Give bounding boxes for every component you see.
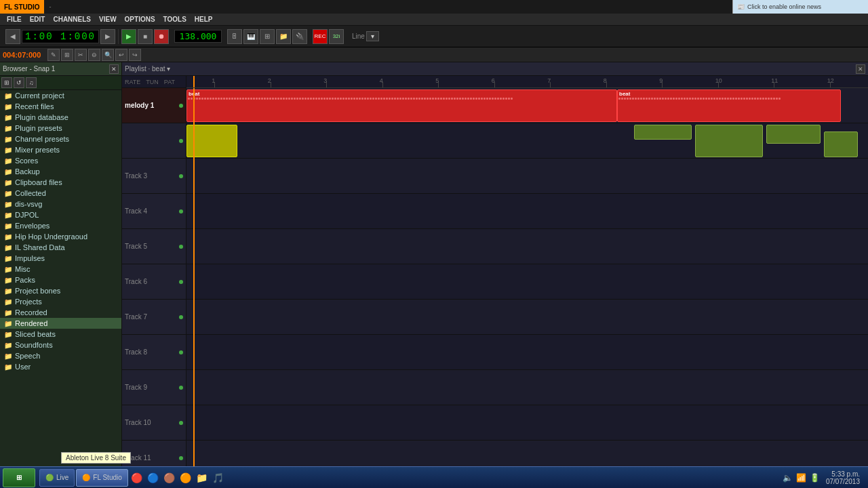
grid-track-row[interactable]: [186, 300, 868, 335]
tool-4-button[interactable]: ⊖: [88, 49, 100, 61]
tray-volume-icon[interactable]: 📶: [796, 472, 807, 483]
track-label-10[interactable]: Track 11: [122, 441, 186, 466]
browser-button[interactable]: 📁: [276, 29, 291, 44]
track-label-2[interactable]: Track 3: [122, 159, 186, 194]
track-label-1[interactable]: [122, 123, 186, 159]
sidebar-item-speech[interactable]: 📁Speech: [0, 350, 121, 361]
sidebar-item-plugin-database[interactable]: 📁Plugin database: [0, 112, 121, 123]
sidebar-item-soundfonts[interactable]: 📁Soundfonts: [0, 340, 121, 350]
tool-3-button[interactable]: ✂: [75, 49, 87, 61]
tool-7-button[interactable]: ↪: [129, 49, 141, 61]
track-label-4[interactable]: Track 5: [122, 229, 186, 264]
menu-options[interactable]: OPTIONS: [121, 14, 159, 25]
sidebar-item-dis-vsvg[interactable]: 📁dis-vsvg: [0, 199, 121, 209]
track-label-5[interactable]: Track 6: [122, 264, 186, 300]
prev-pattern-button[interactable]: ◀: [5, 29, 20, 44]
timeline-area[interactable]: 123456789101112 beatbeat: [186, 76, 868, 466]
taskbar-fl-studio[interactable]: 🟠 FL Studio: [76, 469, 127, 487]
pattern-beat-block-1[interactable]: beat: [186, 89, 617, 122]
menu-channels[interactable]: CHANNELS: [49, 14, 95, 25]
sidebar-item-envelopes[interactable]: 📁Envelopes: [0, 220, 121, 231]
tray-battery-icon[interactable]: 🔋: [810, 472, 821, 483]
sidebar-item-current-project[interactable]: 📁Current project: [0, 90, 121, 101]
pattern-beat-block-2[interactable]: beat: [617, 89, 841, 122]
sidebar-close-button[interactable]: ✕: [109, 64, 119, 74]
sidebar-tb-btn-3[interactable]: ♫: [26, 77, 37, 88]
tool-6-button[interactable]: ↩: [115, 49, 127, 61]
mixer-button[interactable]: 🎚: [227, 29, 242, 44]
sidebar-item-sliced-beats[interactable]: 📁Sliced beats: [0, 329, 121, 340]
menu-help[interactable]: HELP: [191, 14, 217, 25]
track-label-9[interactable]: Track 10: [122, 405, 186, 441]
next-pattern-button[interactable]: ▶: [100, 29, 115, 44]
sidebar-item-collected[interactable]: 📁Collected: [0, 188, 121, 199]
pattern-yellow-block[interactable]: [186, 125, 237, 157]
pattern-green-block-3[interactable]: [766, 125, 821, 144]
track-label-0[interactable]: melody 1: [122, 88, 186, 123]
track-label-6[interactable]: Track 7: [122, 300, 186, 335]
sidebar-item-misc[interactable]: 📁Misc: [0, 264, 121, 274]
start-button[interactable]: ⊞: [3, 468, 35, 487]
tool-2-button[interactable]: ⊞: [61, 49, 73, 61]
sidebar-tb-btn-2[interactable]: ↺: [14, 77, 24, 88]
taskbar-icon-red[interactable]: 🔴: [130, 470, 144, 485]
taskbar-icon-orange[interactable]: 🟠: [178, 470, 193, 485]
grid-track-row[interactable]: [186, 123, 868, 159]
sidebar-item-plugin-presets[interactable]: 📁Plugin presets: [0, 123, 121, 134]
track-label-3[interactable]: Track 4: [122, 194, 186, 229]
sidebar-item-packs[interactable]: 📁Packs: [0, 274, 121, 285]
step-seq-button[interactable]: ⊞: [260, 29, 275, 44]
sidebar-item-rendered[interactable]: 📁Rendered: [0, 318, 121, 329]
tool-1-button[interactable]: ✎: [47, 49, 60, 61]
tray-network-icon[interactable]: 🔈: [783, 472, 793, 483]
pattern-green-block-4[interactable]: [824, 131, 858, 157]
grid-track-row[interactable]: [186, 370, 868, 405]
sidebar-item-recorded[interactable]: 📁Recorded: [0, 307, 121, 318]
taskbar-icon-folder[interactable]: 📁: [195, 470, 210, 485]
stop-button[interactable]: ■: [138, 29, 153, 44]
rec-mode-button[interactable]: REC: [313, 29, 328, 44]
track-label-8[interactable]: Track 9: [122, 370, 186, 405]
grid-track-row[interactable]: [186, 229, 868, 264]
grid-track-row[interactable]: [186, 159, 868, 194]
grid-track-row[interactable]: [186, 264, 868, 300]
grid-track-row[interactable]: [186, 405, 868, 441]
taskbar-icon-music[interactable]: 🎵: [211, 470, 226, 485]
plugin-browser-button[interactable]: 🔌: [292, 29, 307, 44]
sidebar-item-scores[interactable]: 📁Scores: [0, 155, 121, 166]
menu-file[interactable]: FILE: [3, 14, 26, 25]
sidebar-item-projects[interactable]: 📁Projects: [0, 296, 121, 307]
piano-roll-button[interactable]: 🎹: [243, 29, 258, 44]
record-button[interactable]: ⏺: [154, 29, 169, 44]
pattern-green-block-1[interactable]: [634, 125, 692, 140]
sidebar-item-hip-hop-undergraoud[interactable]: 📁Hip Hop Undergraoud: [0, 231, 121, 242]
tool-5-button[interactable]: 🔍: [102, 49, 114, 61]
playlist-close-button[interactable]: ✕: [856, 64, 865, 74]
sidebar-item-clipboard-files[interactable]: 📁Clipboard files: [0, 177, 121, 188]
news-bar[interactable]: 📰 Click to enable online news: [732, 0, 868, 14]
sidebar-item-il-shared-data[interactable]: 📁IL Shared Data: [0, 242, 121, 253]
menu-view[interactable]: VIEW: [95, 14, 121, 25]
line-dropdown[interactable]: ▾: [366, 31, 379, 41]
sidebar-item-channel-presets[interactable]: 📁Channel presets: [0, 134, 121, 144]
play-button[interactable]: ▶: [121, 29, 136, 44]
sidebar-item-project-bones[interactable]: 📁Project bones: [0, 285, 121, 296]
menu-tools[interactable]: TOOLS: [159, 14, 191, 25]
grid-track-row[interactable]: [186, 335, 868, 370]
sidebar-tb-btn-1[interactable]: ⊞: [1, 77, 12, 88]
taskbar-icon-blue[interactable]: 🔵: [146, 470, 161, 485]
sidebar-item-user[interactable]: 📁User: [0, 361, 121, 372]
track-label-7[interactable]: Track 8: [122, 335, 186, 370]
sidebar-item-impulses[interactable]: 📁Impulses: [0, 253, 121, 264]
grid-track-row[interactable]: [186, 441, 868, 466]
grid-track-row[interactable]: [186, 194, 868, 229]
sidebar-item-recent-files[interactable]: 📁Recent files: [0, 101, 121, 112]
sidebar-item-djpol[interactable]: 📁DJPOL: [0, 209, 121, 220]
sidebar-item-mixer-presets[interactable]: 📁Mixer presets: [0, 144, 121, 155]
sidebar-item-backup[interactable]: 📁Backup: [0, 166, 121, 177]
taskbar-live[interactable]: 🟢 Live: [39, 469, 75, 487]
menu-edit[interactable]: EDIT: [26, 14, 50, 25]
taskbar-icon-brown[interactable]: 🟤: [162, 470, 177, 485]
pattern-green-block-2[interactable]: [695, 125, 763, 157]
grid-track-row[interactable]: beatbeat: [186, 88, 868, 123]
